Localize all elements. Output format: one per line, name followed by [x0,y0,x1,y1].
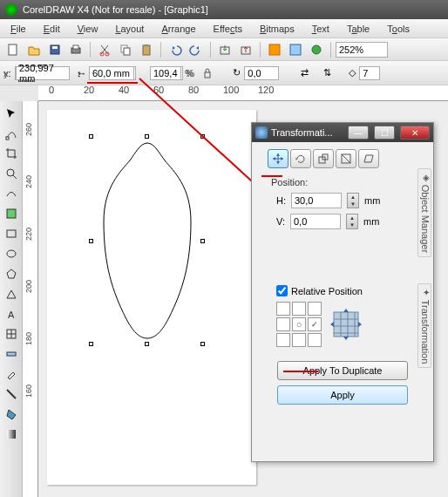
menu-effects[interactable]: Effects [207,22,249,36]
annotation-underline [261,175,282,177]
redo-icon[interactable] [187,41,206,58]
h-label: H: [276,195,286,206]
undo-icon[interactable] [166,41,185,58]
svg-point-21 [7,250,16,257]
standard-toolbar: 252% [0,38,448,61]
basic-shapes-icon[interactable] [3,285,20,303]
svg-rect-20 [7,230,16,237]
outline-tool-icon[interactable] [3,385,20,403]
lock-ratio-icon[interactable] [198,65,217,82]
maximize-button[interactable]: ☐ [374,126,395,140]
app2-icon[interactable] [286,41,305,58]
anchor-grid[interactable] [276,302,322,347]
pick-tool-icon[interactable] [3,105,20,122]
rectangle-tool-icon[interactable] [3,225,20,242]
shape-tool-icon[interactable] [3,125,20,142]
height-icon: ↕ [77,68,82,78]
menu-view[interactable]: View [71,22,105,36]
copy-icon[interactable] [116,41,135,58]
svg-rect-8 [124,48,130,55]
svg-rect-14 [290,44,301,55]
mirror-h-icon[interactable]: ⇄ [295,65,314,82]
interactive-tool-icon[interactable] [3,345,20,363]
scale-tab-icon[interactable] [313,149,334,168]
relative-position-checkbox[interactable] [276,285,288,296]
h-spinner[interactable]: ▲▼ [347,193,359,208]
h-input[interactable] [291,193,342,208]
smart-fill-icon[interactable] [3,205,20,222]
svg-rect-10 [145,44,148,46]
v-input[interactable] [290,214,341,229]
svg-text:A: A [8,310,15,320]
h-unit: mm [364,195,380,206]
mirror-v-icon[interactable]: ⇅ [317,65,336,82]
menu-arrange[interactable]: Arrange [154,22,202,36]
position-tab-icon[interactable] [268,149,288,168]
docker-titlebar[interactable]: Transformati... — ☐ ✕ [252,123,433,142]
title-bar: CorelDRAW X4 (Not for resale) - [Graphic… [0,0,448,19]
print-icon[interactable] [66,41,85,58]
freehand-tool-icon[interactable] [3,185,20,202]
ellipse-tool-icon[interactable] [3,245,20,262]
new-icon[interactable] [3,41,23,58]
selected-shape[interactable] [91,136,204,345]
rotate-icon: ↻ [233,67,241,78]
open-icon[interactable] [24,41,44,58]
menu-edit[interactable]: Edit [37,22,67,36]
paste-icon[interactable] [137,41,156,58]
transformation-docker: Transformati... — ☐ ✕ Position: H: ▲▼ mm… [251,122,434,462]
menu-layout[interactable]: Layout [108,22,151,36]
svg-rect-17 [6,137,9,140]
duplicate-count[interactable]: 7 [359,66,380,80]
welcome-icon[interactable] [307,41,326,58]
rotation-angle[interactable]: 0,0 [244,66,279,80]
menu-tools[interactable]: Tools [380,22,417,36]
v-spinner[interactable]: ▲▼ [346,214,358,229]
toolbox: A [0,101,23,497]
polygon-tool-icon[interactable] [3,265,20,283]
menu-text[interactable]: Text [305,22,336,36]
side-tab-transformation[interactable]: ✦ Transformation [417,283,431,368]
menu-file[interactable]: File [3,22,33,36]
text-tool-icon[interactable]: A [3,305,20,323]
save-icon[interactable] [45,41,64,58]
menu-bitmaps[interactable]: Bitmaps [253,22,302,36]
rotate-tab-icon[interactable] [290,149,311,168]
svg-point-18 [7,169,14,176]
annotation-underline [87,82,138,84]
apply-button[interactable]: Apply [277,385,408,405]
close-button[interactable]: ✕ [400,126,430,140]
menu-table[interactable]: Table [340,22,377,36]
position-label: Position: [271,177,426,187]
anchor-preview-icon [330,309,362,340]
svg-rect-25 [7,430,16,439]
v-label: V: [276,216,285,227]
table-tool-icon[interactable] [3,325,20,343]
app1-icon[interactable] [265,41,284,58]
v-unit: mm [363,216,379,227]
minimize-button[interactable]: — [348,126,369,140]
relative-position-label: Relative Position [291,286,363,296]
import-icon[interactable] [215,41,234,58]
menu-bar: File Edit View Layout Arrange Effects Bi… [0,19,448,38]
eyedropper-icon[interactable] [3,365,20,383]
zoom-level[interactable]: 252% [336,42,388,58]
side-tab-object-manager[interactable]: ◈ Object Manager [417,168,431,257]
interactive-fill-icon[interactable] [3,426,20,443]
size-tab-icon[interactable] [336,149,356,168]
fill-tool-icon[interactable] [3,405,20,423]
zoom-tool-icon[interactable] [3,165,20,182]
crop-tool-icon[interactable] [3,145,20,162]
export-icon[interactable] [236,41,255,58]
svg-rect-24 [7,352,16,356]
cut-icon[interactable] [95,41,114,58]
docker-icon [255,126,268,139]
svg-rect-9 [143,45,150,55]
svg-rect-13 [269,44,280,55]
skew-tab-icon[interactable] [358,149,379,168]
y-position[interactable]: 230,997 mm [16,66,70,80]
scale-y[interactable]: 109,4 [150,66,181,80]
object-height[interactable]: 60,0 mm [89,66,134,80]
annotation-underline [283,371,318,372]
docker-title-text: Transformati... [271,127,343,138]
